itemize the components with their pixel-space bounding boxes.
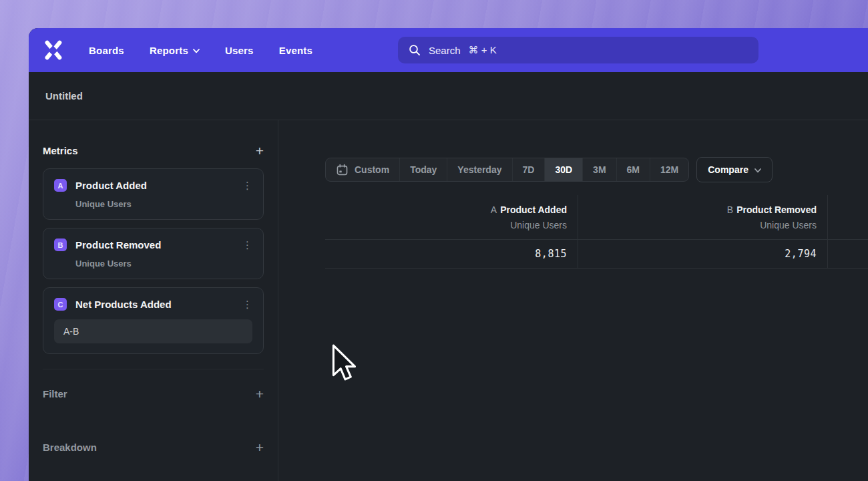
- results-table: AProduct Added Unique Users 8,815 BProdu…: [325, 195, 868, 269]
- top-nav: Boards Reports Users Events Search ⌘ + K: [29, 28, 868, 72]
- brand-x-logo[interactable]: [43, 40, 63, 60]
- report-title[interactable]: Untitled: [45, 90, 83, 102]
- kebab-menu-icon[interactable]: ⋮: [242, 299, 252, 309]
- sidebar-divider: [43, 369, 264, 369]
- column-header[interactable]: BProduct Removed Unique Users: [578, 195, 827, 240]
- search-placeholder: Search: [429, 45, 461, 56]
- nav-item-users[interactable]: Users: [225, 45, 254, 56]
- nav-item-boards[interactable]: Boards: [89, 45, 124, 56]
- results-panel: Custom Today Yesterday 7D 30D 3M 6M 12M …: [278, 120, 868, 481]
- column-key: A: [491, 204, 497, 215]
- query-sidebar: Metrics + A Product Added ⋮ Unique Users…: [29, 120, 278, 481]
- nav-item-events[interactable]: Events: [279, 45, 312, 56]
- search-shortcut: ⌘ + K: [469, 44, 497, 56]
- column-key: B: [727, 204, 733, 215]
- range-yesterday[interactable]: Yesterday: [447, 158, 512, 181]
- range-label: 3M: [593, 164, 606, 175]
- nav-item-label: Reports: [150, 45, 188, 56]
- range-6m[interactable]: 6M: [617, 158, 650, 181]
- kebab-menu-icon[interactable]: ⋮: [242, 180, 252, 190]
- table-column-stub: [828, 195, 868, 269]
- app-window: Boards Reports Users Events Search ⌘ + K: [29, 28, 868, 481]
- range-label: Yesterday: [457, 164, 501, 175]
- formula-input[interactable]: A-B: [54, 319, 252, 343]
- column-name: Product Removed: [736, 204, 817, 215]
- add-metric-button[interactable]: +: [256, 144, 264, 158]
- column-name: Product Added: [500, 204, 567, 215]
- table-cell-value: 8,815: [325, 240, 578, 269]
- add-breakdown-button[interactable]: +: [256, 440, 264, 454]
- metric-card-b[interactable]: B Product Removed ⋮ Unique Users: [43, 228, 264, 279]
- add-filter-button[interactable]: +: [256, 387, 264, 401]
- metric-measurement[interactable]: Unique Users: [75, 259, 252, 269]
- table-cell-value: 2,794: [578, 240, 827, 269]
- nav-item-reports[interactable]: Reports: [150, 45, 200, 56]
- range-custom[interactable]: Custom: [326, 158, 400, 181]
- column-subtitle: Unique Users: [578, 220, 817, 230]
- range-label: 7D: [523, 164, 535, 175]
- metric-measurement[interactable]: Unique Users: [75, 199, 252, 209]
- nav-item-label: Events: [279, 45, 312, 56]
- date-range-segmented-control: Custom Today Yesterday 7D 30D 3M 6M 12M: [325, 158, 689, 182]
- column-header[interactable]: AProduct Added Unique Users: [325, 195, 578, 240]
- compare-button[interactable]: Compare: [696, 157, 773, 182]
- range-label: 6M: [627, 164, 640, 175]
- breakdown-section-title: Breakdown: [43, 442, 97, 453]
- nav-item-label: Users: [225, 45, 254, 56]
- search-input[interactable]: Search ⌘ + K: [398, 37, 758, 63]
- nav-item-label: Boards: [89, 45, 124, 56]
- calendar-icon: [336, 164, 349, 176]
- metric-card-a[interactable]: A Product Added ⋮ Unique Users: [43, 168, 264, 220]
- column-subtitle: Unique Users: [325, 220, 567, 230]
- kebab-menu-icon[interactable]: ⋮: [242, 240, 252, 250]
- range-today[interactable]: Today: [400, 158, 447, 181]
- chevron-down-icon: [193, 49, 200, 53]
- chevron-down-icon: [754, 168, 761, 173]
- table-column-b: BProduct Removed Unique Users 2,794: [578, 195, 828, 269]
- table-column-a: AProduct Added Unique Users 8,815: [325, 195, 578, 269]
- range-label: Custom: [355, 164, 389, 175]
- range-label: 30D: [555, 164, 572, 175]
- filter-section-title: Filter: [43, 388, 67, 399]
- metric-name: Product Removed: [75, 239, 161, 251]
- range-30d[interactable]: 30D: [545, 158, 583, 181]
- range-label: 12M: [660, 164, 678, 175]
- nav-items: Boards Reports Users Events: [89, 45, 312, 56]
- metric-name: Net Products Added: [75, 299, 172, 310]
- report-title-bar: Untitled: [29, 72, 868, 120]
- range-7d[interactable]: 7D: [513, 158, 546, 181]
- metric-badge: C: [54, 298, 67, 311]
- compare-label: Compare: [708, 164, 748, 175]
- range-12m[interactable]: 12M: [650, 158, 688, 181]
- metric-badge: A: [54, 179, 67, 192]
- date-range-toolbar: Custom Today Yesterday 7D 30D 3M 6M 12M …: [325, 158, 868, 182]
- metric-name: Product Added: [75, 180, 147, 191]
- metric-card-c[interactable]: C Net Products Added ⋮ A-B: [43, 287, 264, 354]
- metrics-section-title: Metrics: [43, 145, 78, 156]
- search-icon: [409, 44, 421, 56]
- range-label: Today: [410, 164, 437, 175]
- metric-badge: B: [54, 238, 67, 251]
- range-3m[interactable]: 3M: [583, 158, 616, 181]
